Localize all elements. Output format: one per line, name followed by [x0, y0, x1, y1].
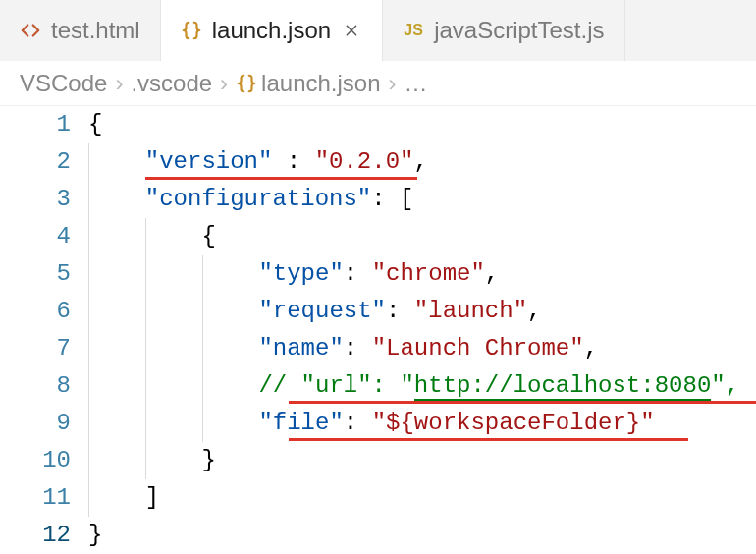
code-line[interactable]: }	[88, 442, 756, 479]
indent-guide	[88, 143, 145, 181]
breadcrumb: VSCode › .vscode › launch.json › …	[0, 61, 756, 106]
indent-guide	[145, 405, 202, 442]
code-token: :	[344, 410, 372, 436]
line-number: 7	[0, 330, 71, 367]
tab-bar: test.html launch.json JS javaScriptTest.…	[0, 0, 756, 61]
code-token: ,	[413, 148, 427, 175]
indent-guide	[88, 293, 145, 330]
code-token: }	[202, 447, 216, 473]
indent-guide	[88, 479, 145, 517]
code-area[interactable]: {"version" : "0.2.0","configurations": […	[88, 106, 756, 554]
code-token: {	[88, 111, 102, 138]
breadcrumb-segment[interactable]: VSCode	[20, 70, 107, 97]
code-token: "type"	[258, 260, 343, 287]
line-number: 10	[0, 442, 71, 479]
indent-guide	[145, 293, 202, 330]
tab-label: test.html	[51, 17, 140, 44]
line-number: 4	[0, 218, 71, 255]
indent-guide	[88, 181, 145, 218]
code-editor[interactable]: 123456789101112 {"version" : "0.2.0","co…	[0, 106, 756, 554]
code-line[interactable]: "file": "${workspaceFolder}"	[88, 405, 756, 442]
tab-label: javaScriptTest.js	[434, 17, 604, 44]
code-token: "name"	[258, 335, 343, 361]
close-icon[interactable]	[341, 20, 362, 41]
tab-javascripttest-js[interactable]: JS javaScriptTest.js	[383, 0, 624, 61]
code-token: ,	[584, 335, 598, 361]
line-number: 8	[0, 367, 71, 405]
indent-guide	[88, 367, 145, 405]
line-number: 11	[0, 479, 71, 517]
indent-guide	[145, 330, 202, 367]
code-token: "launch"	[414, 298, 527, 324]
code-token: "0.2.0"	[315, 148, 414, 175]
code-token: :	[344, 335, 372, 361]
line-number: 12	[0, 517, 71, 554]
js-icon: JS	[403, 20, 424, 41]
breadcrumb-segment[interactable]: launch.json	[236, 70, 380, 97]
code-token: ,	[485, 260, 499, 287]
code-token: :	[344, 260, 372, 287]
code-token: "version"	[145, 148, 273, 175]
json-icon	[236, 73, 257, 94]
code-token: :	[272, 148, 314, 175]
html-icon	[20, 20, 41, 41]
indent-guide	[202, 293, 259, 330]
indent-guide	[88, 330, 145, 367]
tab-test-html[interactable]: test.html	[0, 0, 161, 61]
code-token: : [	[371, 186, 413, 212]
line-number: 1	[0, 106, 71, 143]
line-number: 9	[0, 405, 71, 442]
code-line[interactable]: }	[88, 517, 756, 554]
code-token: "file"	[258, 410, 343, 436]
code-token: "chrome"	[372, 260, 485, 287]
indent-guide	[145, 442, 202, 479]
code-line[interactable]: ]	[88, 479, 756, 517]
indent-guide	[88, 255, 145, 293]
code-token: "request"	[258, 298, 386, 324]
line-number: 6	[0, 293, 71, 330]
indent-guide	[202, 367, 259, 405]
code-line[interactable]: {	[88, 218, 756, 255]
code-token: }	[88, 522, 102, 548]
indent-guide	[145, 367, 202, 405]
code-line[interactable]: "name": "Launch Chrome",	[88, 330, 756, 367]
code-token: // "url": "	[258, 372, 413, 399]
chevron-right-icon: ›	[113, 70, 125, 97]
breadcrumb-tail[interactable]: …	[405, 70, 428, 97]
indent-guide	[88, 218, 145, 255]
indent-guide	[88, 442, 145, 479]
indent-guide	[145, 255, 202, 293]
line-number: 5	[0, 255, 71, 293]
breadcrumb-segment[interactable]: .vscode	[131, 70, 212, 97]
code-line[interactable]: "configurations": [	[88, 181, 756, 218]
code-token: ",	[711, 372, 739, 399]
code-line[interactable]: "version" : "0.2.0",	[88, 143, 756, 181]
line-number: 2	[0, 143, 71, 181]
code-token: http://localhost:8080	[414, 372, 711, 401]
chevron-right-icon: ›	[218, 70, 230, 97]
line-number: 3	[0, 181, 71, 218]
tab-launch-json[interactable]: launch.json	[161, 0, 383, 61]
indent-guide	[202, 330, 259, 367]
code-line[interactable]: // "url": "http://localhost:8080",	[88, 367, 756, 405]
code-line[interactable]: {	[88, 106, 756, 143]
code-token: "configurations"	[145, 186, 371, 212]
json-icon	[181, 20, 202, 41]
code-line[interactable]: "request": "launch",	[88, 293, 756, 330]
indent-guide	[202, 405, 259, 442]
indent-guide	[88, 405, 145, 442]
code-token: ]	[145, 484, 159, 511]
code-token: ,	[527, 298, 541, 324]
chevron-right-icon: ›	[387, 70, 399, 97]
indent-guide	[145, 218, 202, 255]
indent-guide	[202, 255, 259, 293]
code-token: :	[386, 298, 414, 324]
line-number-gutter: 123456789101112	[0, 106, 88, 554]
tab-label: launch.json	[212, 17, 331, 44]
code-line[interactable]: "type": "chrome",	[88, 255, 756, 293]
code-token: "Launch Chrome"	[372, 335, 584, 361]
code-token: {	[202, 223, 216, 249]
code-token: "${workspaceFolder}"	[372, 410, 655, 436]
